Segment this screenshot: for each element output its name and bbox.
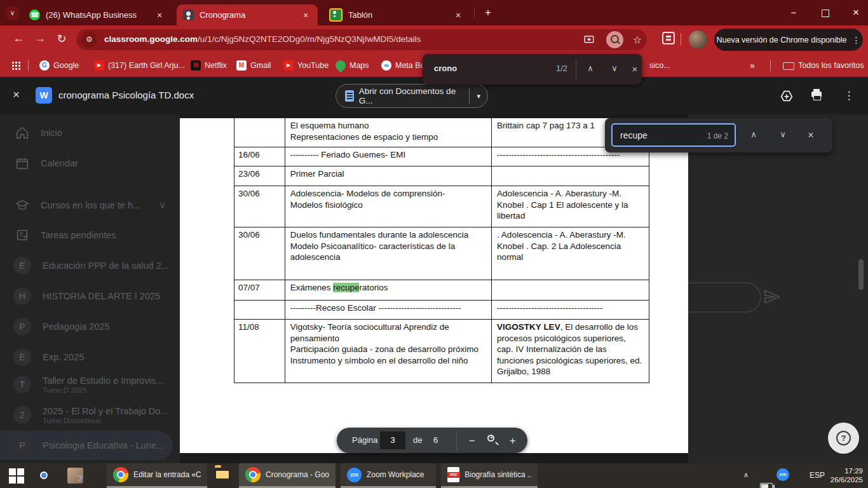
cell-date: 23/06 [234,166,285,186]
profile-avatar[interactable] [689,30,707,49]
cell-content: Adolescencia- Modelos de comprensión- Mo… [285,186,491,227]
reload-icon[interactable]: ↻ [53,32,70,46]
find-previous-icon[interactable]: ∧ [583,64,598,73]
find-query[interactable]: crono [434,64,457,73]
bookmark-clipped[interactable]: sico... [649,59,670,72]
find-count: 1/2 [545,64,567,73]
sidebar-sublabel: Turno D 2025 [43,386,163,394]
zoom-tray-icon[interactable]: zm [776,468,789,481]
document-viewport[interactable]: El esquema humano Representaciones de es… [180,114,688,463]
back-icon[interactable]: ← [10,32,27,45]
search-in-page-highlight[interactable] [606,31,623,48]
zoom-in-icon[interactable]: + [510,435,515,447]
find-close-icon[interactable]: × [627,64,642,74]
chevron-down-icon[interactable]: ∨ [159,200,166,210]
print-icon[interactable] [808,87,826,105]
task-biografia-pdf[interactable]: Biografía sintética ... [441,463,538,488]
preview-close-icon[interactable]: × [13,88,20,102]
tab-cronograma[interactable]: Cronograma × [177,4,318,25]
task-editar-entrada[interactable]: Editar la entrada «C... [107,463,207,488]
bookmark-maps[interactable]: Maps [336,59,369,72]
task-zoom-workplace[interactable]: zm Zoom Workplace [341,463,436,488]
comment-input-dimmed [688,282,761,313]
battery-icon[interactable] [760,483,773,488]
sidebar-item-calendar[interactable]: Calendar [0,152,180,174]
bookmark-youtube[interactable]: ▶ YouTube [283,59,329,72]
apps-grid-icon[interactable] [11,61,20,70]
chrome-update-button[interactable]: Nueva versión de Chrome disponible ⋮ [714,29,863,51]
close-window-button[interactable]: × [846,5,865,20]
preview-more-icon[interactable]: ⋮ [840,87,858,105]
photos-app-icon[interactable] [67,468,83,484]
person-favicon [183,10,194,20]
all-bookmarks-folder[interactable]: Todos los favoritos [783,59,864,72]
address-bar[interactable]: ⚙ classroom.google.com/u/1/c/Njg5NzQ2NTE… [76,29,647,50]
send-to-device-icon[interactable] [582,33,596,47]
extensions-icon[interactable] [662,32,675,44]
open-with-button[interactable]: Abrir con Documentos de G... ▾ [336,84,488,108]
tab-tablon[interactable]: Tablón × [323,4,470,25]
bookmark-netflix[interactable]: N Netflix [191,59,227,72]
document-search-input[interactable]: recupe 1 de 2 [611,123,736,147]
current-page-input[interactable]: 3 [380,431,405,449]
sidebar-item-taller[interactable]: T Taller de Estudio e Improvis... Turno … [0,372,180,397]
open-with-label: Abrir con Documentos de G... [359,86,463,105]
page-navigation-toolbar: Página 3 de 6 − + [337,428,527,453]
tab-close-icon[interactable]: × [300,10,311,20]
tray-expand-icon[interactable]: ∧ [743,471,749,479]
sidebar-label: 2025 - El Rol y el Trabajo Do... [43,406,168,416]
sidebar-item-psicologia[interactable]: P Psicologia Educativa - Lune... [0,435,180,456]
chrome-taskbar-icon[interactable] [36,468,52,484]
cell-bibliography: Adolescencia - A. Aberastury -M. Knobel … [491,186,649,227]
bookmark-gmail[interactable]: M Gmail [236,59,271,72]
site-settings-icon[interactable]: ⚙ [81,32,97,48]
scrollbar-thumb[interactable] [858,259,864,290]
menu-more-icon[interactable]: ⋮ [851,35,860,45]
help-button[interactable]: ? [828,423,859,454]
bookmark-google[interactable]: G Google [39,59,79,72]
document-search-bar[interactable]: recupe 1 de 2 ∧ ∨ × [605,118,832,152]
clock[interactable]: 17:29 26/6/2025 [826,466,863,484]
bookmark-meta-business[interactable]: ∞ Meta Busin [381,59,423,72]
tab-close-icon[interactable]: × [452,10,464,20]
youtube-icon: ▶ [94,60,104,71]
task-cronograma[interactable]: Cronograma - Goo... [239,463,336,488]
sidebar-item-historia[interactable]: H HISTORIA DEL ARTE I 2025 [0,285,180,307]
sidebar-item-cursos[interactable]: Cursos en los que te h... ∨ [0,194,180,216]
forward-icon[interactable]: → [32,32,48,45]
language-indicator[interactable]: ESP [810,471,825,480]
find-next-icon[interactable]: ∨ [607,64,622,73]
task-label: Biografía sintética ... [465,470,531,479]
tab-whatsapp[interactable]: ☎ (26) WhatsApp Business × [23,4,172,25]
sidebar-label: HISTORIA DEL ARTE I 2025 [43,291,160,301]
file-explorer-icon[interactable] [215,468,231,484]
sidebar-item-educacion[interactable]: E Educación PPP de la salud 2... [0,255,180,276]
chrome-find-bar[interactable]: crono 1/2 ∧ ∨ × [423,54,642,85]
sidebar-label: Psicologia Educativa - Lune... [43,440,164,451]
restore-button[interactable] [816,5,835,20]
start-button[interactable] [8,468,24,484]
zoom-icon[interactable] [487,435,494,442]
tab-search-icon[interactable]: ∨ [5,6,20,20]
search-previous-icon[interactable]: ∧ [746,130,761,139]
sidebar-label: Educación PPP de la salud 2... [43,261,169,271]
bookmark-earth-girl[interactable]: ▶ (317) Earth Girl Arju... [94,59,185,72]
bookmarks-overflow-icon[interactable]: » [750,59,755,72]
zoom-out-icon[interactable]: − [469,435,475,447]
search-close-icon[interactable]: × [803,130,818,141]
add-to-drive-icon[interactable] [778,87,796,105]
search-next-icon[interactable]: ∨ [775,130,790,139]
sidebar-item-pedagogia[interactable]: P Pedagogia 2025 [0,316,180,337]
sidebar-item-rol-trabajo[interactable]: 2 2025 - El Rol y el Trabajo Do... Turno… [0,402,180,428]
tab-close-icon[interactable]: × [154,10,165,20]
course-avatar: E [13,348,31,366]
new-tab-button[interactable]: + [480,6,496,21]
sidebar-item-inicio[interactable]: Inicio [0,122,180,144]
sidebar-item-tareas[interactable]: Tareas pendientes [0,224,180,246]
sidebar-item-exp[interactable]: E Exp. 2025 [0,346,180,368]
minimize-button[interactable]: − [784,5,803,20]
open-with-caret-icon[interactable]: ▾ [470,92,487,100]
bookmark-star-icon[interactable]: ☆ [630,33,644,47]
search-query-text[interactable]: recupe [620,130,648,140]
url-text[interactable]: classroom.google.com/u/1/c/Njg5NzQ2NTE2O… [104,34,421,44]
